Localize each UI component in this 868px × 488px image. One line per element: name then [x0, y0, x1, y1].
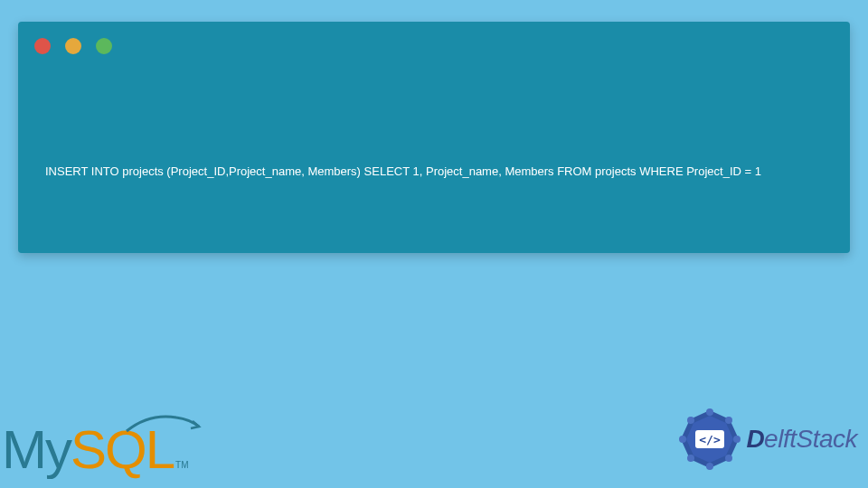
svg-point-7 [687, 455, 694, 462]
svg-point-8 [679, 436, 686, 443]
svg-point-3 [725, 417, 732, 424]
minimize-icon[interactable] [65, 38, 81, 54]
delftstack-text: DelftStack [746, 425, 857, 454]
maximize-icon[interactable] [96, 38, 112, 54]
terminal-window: INSERT INTO projects (Project_ID,Project… [18, 22, 850, 253]
svg-text:</>: </> [700, 433, 722, 446]
mysql-logo-my: My [2, 418, 71, 481]
svg-point-9 [687, 417, 694, 424]
mysql-logo-tm: TM [175, 460, 188, 470]
delftstack-rest: elftStack [764, 425, 857, 453]
svg-point-2 [706, 408, 713, 416]
delftstack-logo: </> DelftStack [677, 407, 857, 472]
close-icon[interactable] [34, 38, 51, 54]
svg-point-5 [725, 455, 732, 462]
delftstack-badge-icon: </> [677, 407, 742, 472]
code-content: INSERT INTO projects (Project_ID,Project… [45, 164, 823, 178]
svg-point-6 [706, 463, 713, 470]
window-controls [34, 38, 112, 54]
delftstack-d: D [746, 425, 764, 453]
svg-point-4 [733, 436, 741, 443]
mysql-swoosh-icon [122, 408, 203, 436]
